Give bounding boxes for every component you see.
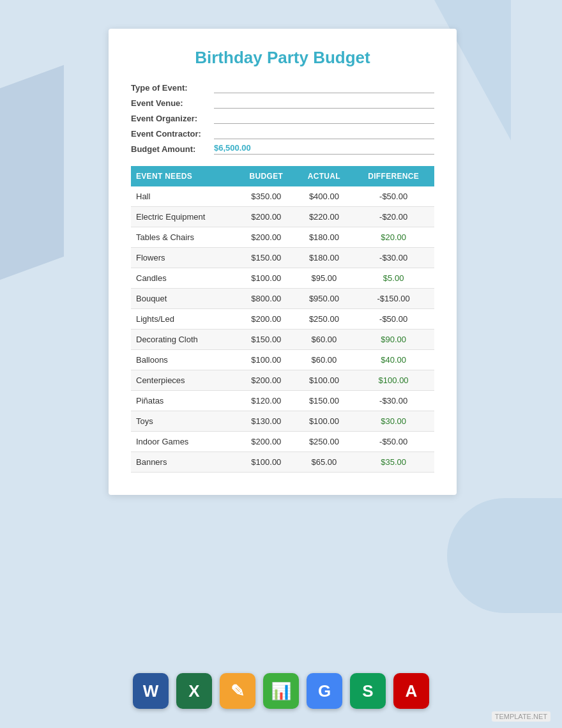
cell-actual: $180.00 (296, 248, 353, 268)
table-row: Centerpieces$200.00$100.00$100.00 (131, 370, 434, 391)
table-row: Candles$100.00$95.00$5.00 (131, 268, 434, 289)
table-row: Electric Equipment$200.00$220.00-$20.00 (131, 207, 434, 227)
event-organizer-value (214, 112, 434, 124)
cell-budget: $800.00 (237, 289, 295, 309)
watermark: TEMPLATE.NET (492, 713, 551, 720)
cell-actual: $100.00 (296, 370, 353, 391)
cell-actual: $220.00 (296, 207, 353, 227)
cell-budget: $130.00 (237, 411, 295, 432)
event-contractor-label: Event Contractor: (131, 129, 214, 139)
col-header-actual: ACTUAL (296, 166, 353, 186)
cell-actual: $250.00 (296, 309, 353, 330)
cell-actual: $60.00 (296, 350, 353, 370)
cell-actual: $95.00 (296, 268, 353, 289)
event-contractor-value (214, 128, 434, 139)
cell-budget: $200.00 (237, 207, 295, 227)
cell-difference: $35.00 (353, 452, 434, 473)
cell-budget: $100.00 (237, 452, 295, 473)
table-row: Piñatas$120.00$150.00-$30.00 (131, 391, 434, 411)
budget-amount-label: Budget Amount: (131, 144, 214, 154)
cell-actual: $60.00 (296, 330, 353, 350)
meta-section: Type of Event: Event Venue: Event Organi… (131, 82, 434, 155)
type-of-event-label: Type of Event: (131, 83, 214, 93)
cell-event-need: Indoor Games (131, 432, 237, 452)
table-row: Bouquet$800.00$950.00-$150.00 (131, 289, 434, 309)
cell-event-need: Candles (131, 268, 237, 289)
cell-actual: $65.00 (296, 452, 353, 473)
cell-event-need: Balloons (131, 350, 237, 370)
table-row: Flowers$150.00$180.00-$30.00 (131, 248, 434, 268)
table-row: Decorating Cloth$150.00$60.00$90.00 (131, 330, 434, 350)
cell-event-need: Piñatas (131, 391, 237, 411)
col-header-budget: BUDGET (237, 166, 295, 186)
cell-difference: -$50.00 (353, 432, 434, 452)
cell-actual: $150.00 (296, 391, 353, 411)
meta-budget-amount: Budget Amount: $6,500.00 (131, 143, 434, 155)
rect-shape (0, 65, 64, 280)
table-header-row: EVENT NEEDS BUDGET ACTUAL DIFFERENCE (131, 166, 434, 186)
cell-event-need: Flowers (131, 248, 237, 268)
cell-difference: -$150.00 (353, 289, 434, 309)
cell-budget: $150.00 (237, 248, 295, 268)
meta-event-organizer: Event Organizer: (131, 112, 434, 124)
word-icon[interactable]: W (133, 673, 169, 709)
cell-budget: $120.00 (237, 391, 295, 411)
cell-budget: $350.00 (237, 186, 295, 207)
cell-actual: $180.00 (296, 227, 353, 248)
table-row: Toys$130.00$100.00$30.00 (131, 411, 434, 432)
cell-budget: $200.00 (237, 227, 295, 248)
table-row: Hall$350.00$400.00-$50.00 (131, 186, 434, 207)
table-row: Lights/Led$200.00$250.00-$50.00 (131, 309, 434, 330)
cell-event-need: Toys (131, 411, 237, 432)
cell-actual: $250.00 (296, 432, 353, 452)
main-card: Birthday Party Budget Type of Event: Eve… (109, 29, 457, 495)
pdf-icon[interactable]: A (393, 673, 429, 709)
cell-budget: $200.00 (237, 309, 295, 330)
meta-type-of-event: Type of Event: (131, 82, 434, 93)
cell-event-need: Centerpieces (131, 370, 237, 391)
cell-event-need: Hall (131, 186, 237, 207)
pages-icon[interactable]: ✎ (220, 673, 255, 709)
cell-event-need: Decorating Cloth (131, 330, 237, 350)
budget-amount-value: $6,500.00 (214, 143, 434, 155)
cell-difference: $5.00 (353, 268, 434, 289)
excel-icon[interactable]: X (176, 673, 212, 709)
cell-difference: -$50.00 (353, 309, 434, 330)
meta-event-contractor: Event Contractor: (131, 128, 434, 139)
col-header-difference: DIFFERENCE (353, 166, 434, 186)
table-row: Indoor Games$200.00$250.00-$50.00 (131, 432, 434, 452)
cell-budget: $100.00 (237, 268, 295, 289)
table-row: Tables & Chairs$200.00$180.00$20.00 (131, 227, 434, 248)
table-row: Balloons$100.00$60.00$40.00 (131, 350, 434, 370)
cell-difference: $30.00 (353, 411, 434, 432)
cell-difference: $40.00 (353, 350, 434, 370)
budget-table: EVENT NEEDS BUDGET ACTUAL DIFFERENCE Hal… (131, 166, 434, 473)
table-row: Banners$100.00$65.00$35.00 (131, 452, 434, 473)
gsheets-icon[interactable]: S (350, 673, 386, 709)
cell-actual: $400.00 (296, 186, 353, 207)
cell-event-need: Bouquet (131, 289, 237, 309)
event-venue-value (214, 97, 434, 109)
cell-budget: $200.00 (237, 370, 295, 391)
event-venue-label: Event Venue: (131, 98, 214, 108)
cell-actual: $100.00 (296, 411, 353, 432)
cell-event-need: Electric Equipment (131, 207, 237, 227)
cell-budget: $100.00 (237, 350, 295, 370)
cell-difference: $20.00 (353, 227, 434, 248)
cell-difference: $90.00 (353, 330, 434, 350)
cell-difference: -$30.00 (353, 391, 434, 411)
cell-event-need: Banners (131, 452, 237, 473)
event-organizer-label: Event Organizer: (131, 114, 214, 123)
cell-budget: $150.00 (237, 330, 295, 350)
gdocs-icon[interactable]: G (307, 673, 342, 709)
toolbar: WX✎📊GSA (133, 673, 429, 709)
cell-difference: -$30.00 (353, 248, 434, 268)
numbers-icon[interactable]: 📊 (263, 673, 299, 709)
meta-event-venue: Event Venue: (131, 97, 434, 109)
document-title: Birthday Party Budget (131, 48, 434, 68)
type-of-event-value (214, 82, 434, 93)
cell-difference: -$20.00 (353, 207, 434, 227)
cell-event-need: Tables & Chairs (131, 227, 237, 248)
col-header-event-needs: EVENT NEEDS (131, 166, 237, 186)
cell-difference: -$50.00 (353, 186, 434, 207)
